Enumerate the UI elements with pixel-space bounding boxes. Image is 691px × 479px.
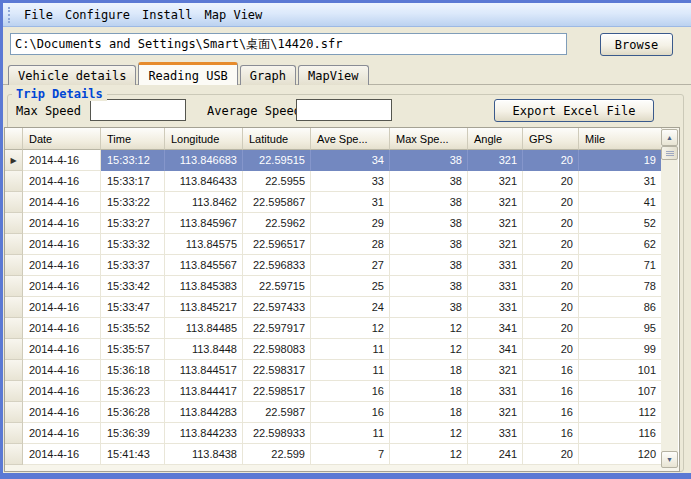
table-cell[interactable]: 113.84485 — [165, 318, 243, 339]
tab-mapview[interactable]: MapView — [298, 65, 369, 85]
table-cell[interactable]: 15:36:39 — [101, 423, 165, 444]
table-cell[interactable]: 20 — [523, 318, 579, 339]
table-cell[interactable]: 18 — [390, 381, 468, 402]
table-cell[interactable]: 20 — [523, 339, 579, 360]
table-cell[interactable]: 2014-4-16 — [23, 213, 101, 234]
table-cell[interactable]: 113.846683 — [165, 150, 243, 171]
table-cell[interactable]: 20 — [523, 276, 579, 297]
table-cell[interactable]: 112 — [579, 402, 662, 423]
table-row[interactable]: 2014-4-1615:36:39113.84423322.5989331112… — [5, 423, 679, 444]
row-selector[interactable] — [5, 234, 23, 255]
table-cell[interactable]: 2014-4-16 — [23, 192, 101, 213]
table-cell[interactable]: 16 — [311, 402, 390, 423]
table-cell[interactable]: 113.8448 — [165, 339, 243, 360]
table-cell[interactable]: 16 — [523, 381, 579, 402]
row-selector[interactable] — [5, 255, 23, 276]
table-cell[interactable]: 2014-4-16 — [23, 444, 101, 465]
table-cell[interactable]: 15:41:43 — [101, 444, 165, 465]
table-cell[interactable]: 113.844417 — [165, 381, 243, 402]
table-cell[interactable]: 86 — [579, 297, 662, 318]
table-cell[interactable]: 22.5962 — [243, 213, 311, 234]
table-cell[interactable]: 22.597917 — [243, 318, 311, 339]
table-cell[interactable]: 321 — [468, 360, 523, 381]
menu-grip-icon[interactable] — [8, 7, 11, 23]
table-cell[interactable]: 22.596517 — [243, 234, 311, 255]
table-cell[interactable]: 331 — [468, 297, 523, 318]
column-header-gps[interactable]: GPS — [523, 128, 579, 150]
table-cell[interactable]: 71 — [579, 255, 662, 276]
table-cell[interactable]: 62 — [579, 234, 662, 255]
table-cell[interactable]: 2014-4-16 — [23, 297, 101, 318]
table-cell[interactable]: 25 — [311, 276, 390, 297]
table-cell[interactable]: 15:33:27 — [101, 213, 165, 234]
table-cell[interactable]: 38 — [390, 192, 468, 213]
table-cell[interactable]: 107 — [579, 381, 662, 402]
table-cell[interactable]: 52 — [579, 213, 662, 234]
table-cell[interactable]: 28 — [311, 234, 390, 255]
column-header-date[interactable]: Date — [23, 128, 101, 150]
table-row[interactable]: ▶2014-4-1615:33:12113.84668322.595153438… — [5, 150, 679, 171]
table-cell[interactable]: 2014-4-16 — [23, 318, 101, 339]
table-cell[interactable]: 116 — [579, 423, 662, 444]
export-excel-button[interactable]: Export Excel File — [494, 99, 654, 122]
table-cell[interactable]: 120 — [579, 444, 662, 465]
table-cell[interactable]: 11 — [311, 360, 390, 381]
table-cell[interactable]: 99 — [579, 339, 662, 360]
row-selector[interactable] — [5, 297, 23, 318]
scroll-down-icon[interactable]: ▼ — [661, 451, 678, 468]
table-row[interactable]: 2014-4-1615:36:28113.84428322.5987161832… — [5, 402, 679, 423]
table-cell[interactable]: 12 — [390, 423, 468, 444]
vertical-scrollbar[interactable]: ▲ ▼ — [661, 129, 678, 468]
table-cell[interactable]: 321 — [468, 213, 523, 234]
column-header-time[interactable]: Time — [101, 128, 165, 150]
table-cell[interactable]: 2014-4-16 — [23, 234, 101, 255]
table-cell[interactable]: 20 — [523, 234, 579, 255]
table-cell[interactable]: 12 — [390, 444, 468, 465]
table-cell[interactable]: 15:36:28 — [101, 402, 165, 423]
table-cell[interactable]: 2014-4-16 — [23, 360, 101, 381]
table-cell[interactable]: 15:35:52 — [101, 318, 165, 339]
table-row[interactable]: 2014-4-1615:35:52113.8448522.59791712123… — [5, 318, 679, 339]
table-cell[interactable]: 22.598517 — [243, 381, 311, 402]
column-header-angle[interactable]: Angle — [468, 128, 523, 150]
table-cell[interactable]: 331 — [468, 423, 523, 444]
table-cell[interactable]: 22.596833 — [243, 255, 311, 276]
table-cell[interactable]: 38 — [390, 234, 468, 255]
table-row[interactable]: 2014-4-1615:36:23113.84441722.5985171618… — [5, 381, 679, 402]
table-cell[interactable]: 22.595867 — [243, 192, 311, 213]
tab-graph[interactable]: Graph — [240, 65, 296, 85]
table-cell[interactable]: 331 — [468, 276, 523, 297]
table-row[interactable]: 2014-4-1615:33:27113.84596722.5962293832… — [5, 213, 679, 234]
column-header-latitude[interactable]: Latitude — [243, 128, 311, 150]
table-cell[interactable]: 19 — [579, 150, 662, 171]
table-cell[interactable]: 15:33:12 — [101, 150, 165, 171]
table-row[interactable]: 2014-4-1615:33:47113.84521722.5974332438… — [5, 297, 679, 318]
table-cell[interactable]: 341 — [468, 339, 523, 360]
browse-button[interactable]: Browse — [600, 33, 673, 56]
scroll-up-icon[interactable]: ▲ — [661, 129, 678, 146]
table-cell[interactable]: 113.844233 — [165, 423, 243, 444]
table-cell[interactable]: 15:33:17 — [101, 171, 165, 192]
table-cell[interactable]: 27 — [311, 255, 390, 276]
table-cell[interactable]: 321 — [468, 171, 523, 192]
table-cell[interactable]: 33 — [311, 171, 390, 192]
table-cell[interactable]: 20 — [523, 444, 579, 465]
table-cell[interactable]: 12 — [311, 318, 390, 339]
table-cell[interactable]: 15:33:22 — [101, 192, 165, 213]
row-selector[interactable] — [5, 402, 23, 423]
table-cell[interactable]: 331 — [468, 381, 523, 402]
tab-vehicle-details[interactable]: Vehicle details — [8, 65, 136, 85]
table-cell[interactable]: 20 — [523, 192, 579, 213]
table-cell[interactable]: 38 — [390, 150, 468, 171]
row-selector[interactable] — [5, 339, 23, 360]
table-cell[interactable]: 15:33:47 — [101, 297, 165, 318]
tab-reading-usb[interactable]: Reading USB — [138, 62, 237, 85]
table-cell[interactable]: 321 — [468, 402, 523, 423]
table-cell[interactable]: 78 — [579, 276, 662, 297]
table-cell[interactable]: 2014-4-16 — [23, 402, 101, 423]
table-cell[interactable]: 16 — [311, 381, 390, 402]
table-row[interactable]: 2014-4-1615:35:57113.844822.598083111234… — [5, 339, 679, 360]
row-selector[interactable] — [5, 276, 23, 297]
scrollbar-thumb[interactable] — [661, 146, 678, 160]
table-cell[interactable]: 20 — [523, 297, 579, 318]
